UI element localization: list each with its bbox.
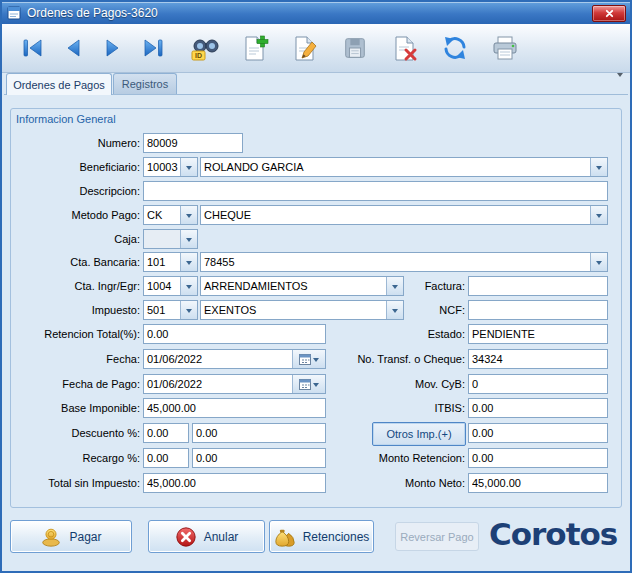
dropdown-button[interactable] [180,277,197,295]
descuento-monto-input[interactable] [192,423,326,443]
beneficiario-code-combo[interactable]: 10003 [143,157,198,177]
print-icon [491,34,519,62]
beneficiario-code-value: 10003 [144,158,180,176]
calendar-dropdown-button[interactable] [292,375,325,393]
reversar-pago-button[interactable]: Reversar Pago [395,522,479,551]
chevron-down-icon [186,166,192,173]
retenciones-label: Retenciones [303,530,370,544]
caja-combo[interactable] [143,229,198,249]
cta-ingr-egr-label: Cta. Ingr/Egr: [6,280,140,292]
no-transf-input[interactable] [468,349,608,369]
cancel-icon [175,526,197,548]
save-record-button[interactable] [336,29,374,67]
cta-bancaria-code-combo[interactable]: 101 [143,252,198,272]
impuesto-name-combo[interactable]: EXENTOS [200,300,404,320]
previous-record-button[interactable] [54,29,92,67]
pagar-label: Pagar [69,530,101,544]
search-id-button[interactable]: ID [186,29,224,67]
monto-neto-label: Monto Neto: [332,477,465,489]
retenciones-button[interactable]: Retenciones [269,520,374,553]
calendar-dropdown-button[interactable] [292,350,325,368]
dropdown-button[interactable] [180,230,197,248]
dropdown-button[interactable] [180,253,197,271]
tab-ordenes-de-pagos[interactable]: Ordenes de Pagos [6,73,112,95]
edit-record-icon [291,34,319,62]
base-imponible-label: Base Imponible: [6,402,140,414]
next-record-icon [100,35,126,61]
recargo-pct-input[interactable] [143,448,189,468]
chevron-down-icon [186,309,192,316]
reversar-pago-label: Reversar Pago [400,531,473,543]
monto-neto-input[interactable] [468,473,608,493]
otros-imp-button[interactable]: Otros Imp.(+) [372,422,466,446]
search-badge-text: ID [195,52,202,59]
descripcion-input[interactable] [143,181,608,201]
retencion-total-label: Retencion Total(%): [6,328,140,340]
dropdown-button[interactable] [180,206,197,224]
cta-bancaria-code-value: 101 [144,253,180,271]
titlebar: Ordenes de Pagos-3620 [2,2,630,24]
metodo-pago-name-combo[interactable]: CHEQUE [200,205,608,225]
total-sin-impuesto-label: Total sin Impuesto: [6,477,140,489]
itbis-input[interactable] [468,398,608,418]
toolbar-overflow-button[interactable] [614,68,626,80]
dropdown-button[interactable] [590,253,607,271]
cta-bancaria-name-combo[interactable]: 78455 [200,252,608,272]
fecha-pago-picker[interactable]: 01/06/2022 [143,374,326,394]
fecha-pago-value: 01/06/2022 [144,375,292,393]
impuesto-name-value: EXENTOS [201,301,386,319]
chevron-down-icon [186,261,192,268]
calendar-icon [299,353,311,365]
cta-ingr-egr-code-combo[interactable]: 1004 [143,276,198,296]
dropdown-button[interactable] [386,277,403,295]
delete-record-button[interactable] [386,29,424,67]
metodo-pago-label: Metodo Pago: [6,209,140,221]
total-sin-impuesto-input[interactable] [143,473,326,493]
otros-imp-input[interactable] [468,423,608,443]
calendar-icon [299,378,311,390]
estado-input[interactable] [468,324,608,344]
dropdown-button[interactable] [590,158,607,176]
first-record-icon [20,35,46,61]
impuesto-code-combo[interactable]: 501 [143,300,198,320]
tab-registros[interactable]: Registros [113,73,177,94]
fecha-picker[interactable]: 01/06/2022 [143,349,326,369]
descuento-label: Descuento %: [6,427,140,439]
retencion-total-input[interactable] [143,324,326,344]
edit-record-button[interactable] [286,29,324,67]
new-record-button[interactable] [236,29,274,67]
dropdown-button[interactable] [180,158,197,176]
dropdown-button[interactable] [386,301,403,319]
mov-cyb-input[interactable] [468,374,608,394]
anular-button[interactable]: Anular [148,520,265,553]
factura-input[interactable] [468,276,608,296]
impuesto-label: Impuesto: [6,304,140,316]
beneficiario-name-combo[interactable]: ROLANDO GARCIA [200,157,608,177]
chevron-down-icon [186,285,192,292]
cta-ingr-egr-name-combo[interactable]: ARRENDAMIENTOS [200,276,404,296]
chevron-down-icon [313,383,319,390]
descuento-pct-input[interactable] [143,423,189,443]
dropdown-button[interactable] [590,206,607,224]
metodo-pago-code-combo[interactable]: CK [143,205,198,225]
first-record-button[interactable] [14,29,52,67]
close-button[interactable] [592,5,626,22]
last-record-button[interactable] [134,29,172,67]
pay-hand-icon [40,526,62,548]
new-record-icon [241,34,269,62]
ncf-input[interactable] [468,300,608,320]
next-record-button[interactable] [94,29,132,67]
numero-input[interactable] [143,133,243,153]
no-transf-label: No. Transf. o Cheque: [332,353,465,365]
dropdown-button[interactable] [180,301,197,319]
monto-retencion-input[interactable] [468,448,608,468]
pagar-button[interactable]: Pagar [10,520,132,553]
monto-retencion-label: Monto Retencion: [332,452,465,464]
corotos-logo: Corotos [489,516,617,552]
base-imponible-input[interactable] [143,398,326,418]
refresh-button[interactable] [436,29,474,67]
recargo-monto-input[interactable] [192,448,326,468]
last-record-icon [140,35,166,61]
descripcion-label: Descripcion: [6,185,140,197]
print-button[interactable] [486,29,524,67]
